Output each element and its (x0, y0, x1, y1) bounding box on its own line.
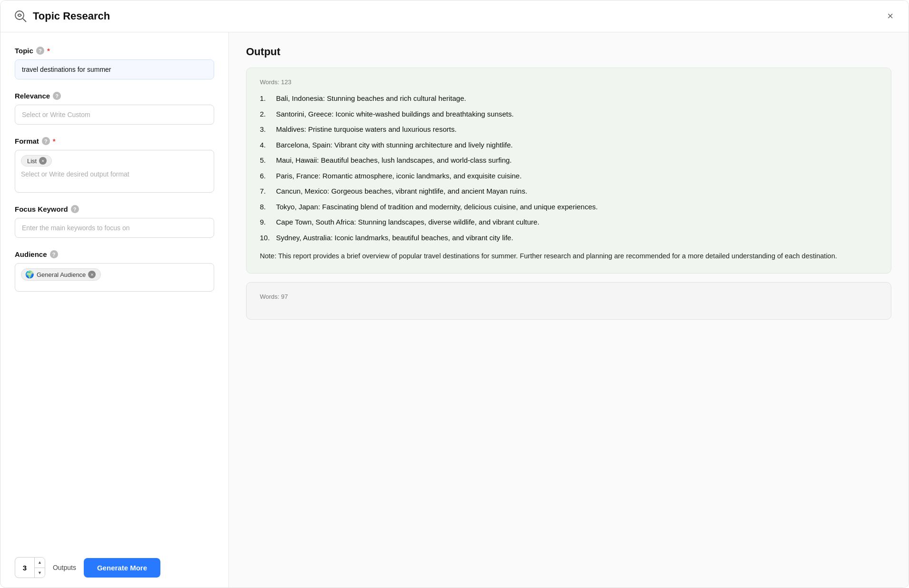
audience-field-group: Audience ? 🌍 General Audience × (15, 250, 214, 292)
topic-label: Topic ? * (15, 47, 214, 55)
format-label: Format ? * (15, 137, 214, 145)
audience-label: Audience ? (15, 250, 214, 258)
output-card-1: Words: 123 1.Bali, Indonesia: Stunning b… (246, 68, 891, 274)
audience-input-container[interactable]: 🌍 General Audience × (15, 263, 214, 292)
stepper-arrows: ▲ ▼ (34, 558, 45, 578)
format-placeholder: Select or Write desired output format (21, 169, 208, 179)
focus-keyword-help-icon[interactable]: ? (71, 205, 79, 213)
topic-research-icon (14, 10, 27, 23)
page-title: Topic Research (33, 10, 110, 22)
outputs-stepper[interactable]: ▲ ▼ (15, 557, 45, 578)
outputs-value-input[interactable] (15, 564, 34, 572)
format-help-icon[interactable]: ? (42, 137, 50, 145)
words-count-2: Words: 97 (260, 293, 878, 300)
list-item: 9.Cape Town, South Africa: Stunning land… (260, 217, 878, 228)
format-tag-remove[interactable]: × (39, 157, 47, 165)
format-tag-list: List × (21, 155, 52, 167)
focus-keyword-label: Focus Keyword ? (15, 205, 214, 213)
relevance-field-group: Relevance ? (15, 92, 214, 125)
format-required: * (53, 137, 56, 145)
output-list-1: 1.Bali, Indonesia: Stunning beaches and … (260, 93, 878, 243)
list-item: 1.Bali, Indonesia: Stunning beaches and … (260, 93, 878, 104)
list-item: 7.Cancun, Mexico: Gorgeous beaches, vibr… (260, 186, 878, 197)
audience-tag-remove[interactable]: × (88, 271, 96, 278)
close-button[interactable]: × (885, 9, 895, 23)
stepper-up[interactable]: ▲ (35, 558, 45, 568)
relevance-label: Relevance ? (15, 92, 214, 100)
format-tag-row: List × (21, 155, 208, 167)
right-panel: Output Words: 123 1.Bali, Indonesia: Stu… (229, 32, 909, 588)
stepper-down[interactable]: ▼ (35, 568, 45, 578)
main-content: Topic ? * Relevance ? Format ? * (0, 32, 909, 588)
topic-help-icon[interactable]: ? (36, 47, 44, 55)
svg-line-1 (23, 19, 26, 22)
header: Topic Research × (0, 0, 909, 32)
app-container: Topic Research × Topic ? * Relevance ? (0, 0, 909, 588)
topic-input[interactable] (15, 59, 214, 79)
list-item: 5.Maui, Hawaii: Beautiful beaches, lush … (260, 155, 878, 166)
output-note-1: Note: This report provides a brief overv… (260, 251, 878, 262)
focus-keyword-input[interactable] (15, 218, 214, 238)
audience-tag-row: 🌍 General Audience × (21, 268, 208, 281)
output-card-2: Words: 97 (246, 282, 891, 320)
audience-tag: 🌍 General Audience × (21, 268, 101, 281)
globe-icon: 🌍 (25, 270, 34, 279)
topic-required: * (47, 47, 50, 55)
svg-point-0 (15, 11, 24, 20)
header-left: Topic Research (14, 10, 110, 23)
topic-field-group: Topic ? * (15, 47, 214, 79)
relevance-input[interactable] (15, 105, 214, 125)
bottom-controls: ▲ ▼ Outputs Generate More (15, 552, 214, 578)
list-item: 4.Barcelona, Spain: Vibrant city with st… (260, 140, 878, 151)
left-panel: Topic ? * Relevance ? Format ? * (0, 32, 229, 588)
words-count-1: Words: 123 (260, 78, 878, 86)
generate-more-button[interactable]: Generate More (84, 558, 160, 578)
list-item: 10.Sydney, Australia: Iconic landmarks, … (260, 233, 878, 244)
list-item: 8.Tokyo, Japan: Fascinating blend of tra… (260, 202, 878, 213)
format-input-container[interactable]: List × Select or Write desired output fo… (15, 150, 214, 193)
format-field-group: Format ? * List × Select or Write desire… (15, 137, 214, 193)
audience-help-icon[interactable]: ? (50, 250, 58, 258)
output-title: Output (246, 46, 891, 58)
list-item: 3.Maldives: Pristine turquoise waters an… (260, 124, 878, 135)
relevance-help-icon[interactable]: ? (53, 92, 61, 100)
focus-keyword-field-group: Focus Keyword ? (15, 205, 214, 238)
list-item: 2.Santorini, Greece: Iconic white-washed… (260, 109, 878, 120)
outputs-label: Outputs (53, 564, 76, 571)
list-item: 6.Paris, France: Romantic atmosphere, ic… (260, 171, 878, 182)
